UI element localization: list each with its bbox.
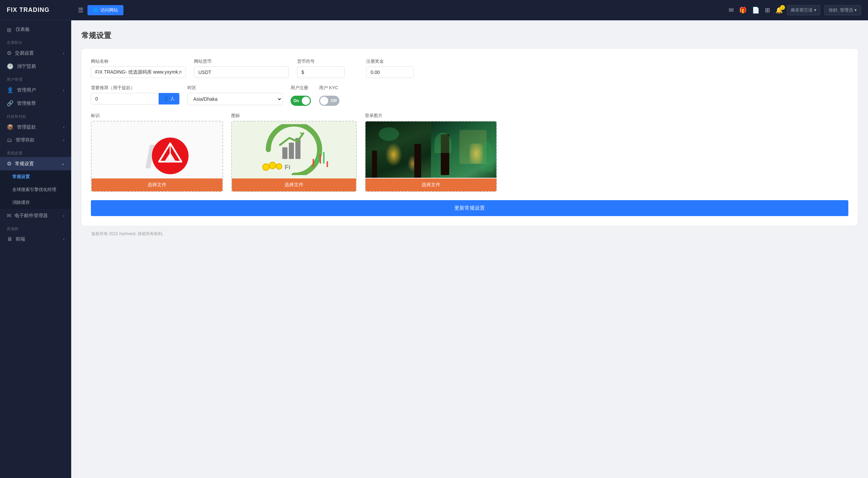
tron-logo-container bbox=[152, 137, 189, 176]
user-reg-toggle-label: On bbox=[293, 98, 299, 103]
page-title: 常规设置 bbox=[81, 31, 858, 41]
user-reg-group: 用户注册 On bbox=[291, 85, 311, 106]
sidebar-subitem-cache[interactable]: 消除缓存 bbox=[0, 196, 71, 209]
arrow-icon4: › bbox=[63, 138, 64, 142]
email-icon: ✉ bbox=[7, 212, 11, 219]
user-reg-knob bbox=[302, 97, 310, 105]
sidebar-item-frontend[interactable]: 🖥 前端 › bbox=[0, 233, 71, 246]
sidebar-item-email-manager[interactable]: ✉ 电子邮件管理器 › bbox=[0, 209, 71, 222]
language-selector[interactable]: 南非荷兰语 ▾ bbox=[787, 5, 820, 15]
footer: 版权所有 2022 myInvest. 保留所有权利。 bbox=[81, 226, 858, 242]
monitor-icon: 🖥 bbox=[7, 236, 12, 242]
section-system: 系统设置 bbox=[0, 147, 71, 157]
main-area: ☰ 🌐 访问网站 ✉ 🎁 📄 ⊞ 🔔 1 南非荷兰语 ▾ 你好, 管理员 ▾ 常… bbox=[71, 0, 868, 478]
user-kyc-label: 用户 KYC bbox=[319, 85, 339, 91]
svg-rect-17 bbox=[320, 154, 321, 164]
expand-icon: ⌄ bbox=[61, 161, 64, 166]
sidebar-item-dashboard[interactable]: ⊞ 仪表板 bbox=[0, 23, 71, 36]
site-currency-group: 网站货币 bbox=[194, 58, 289, 78]
bell-topbar-icon[interactable]: 🔔 1 bbox=[775, 6, 783, 14]
timezone-label: 时区 bbox=[188, 85, 282, 91]
svg-rect-19 bbox=[327, 161, 328, 167]
section-others: 其他的 bbox=[0, 222, 71, 233]
svg-rect-18 bbox=[323, 152, 324, 164]
currency-symbol-label: 货币符号 bbox=[297, 58, 358, 64]
user-reg-label: 用户注册 bbox=[291, 85, 311, 91]
timezone-group: 时区 Asia/Dhaka Asia/Shanghai UTC bbox=[188, 85, 282, 106]
globe-icon: 🌐 bbox=[93, 7, 98, 13]
gift-topbar-icon[interactable]: 🎁 bbox=[739, 6, 747, 14]
icon-choose-file-button[interactable]: 选择文件 bbox=[232, 178, 356, 191]
grid-topbar-icon[interactable]: ⊞ bbox=[765, 6, 770, 14]
user-menu-button[interactable]: 你好, 管理员 ▾ bbox=[824, 5, 861, 15]
reg-bonus-group: 注册奖金 bbox=[366, 58, 427, 78]
user-reg-toggle[interactable]: On bbox=[291, 96, 311, 106]
referral-group: 需要推荐（用于提款） 👤 人 bbox=[91, 85, 179, 106]
general-settings-submenu: 常规设置 全球搜索引擎优化经理 消除缓存 bbox=[0, 170, 71, 209]
sidebar-item-manage-users[interactable]: 👤 管理用户 › bbox=[0, 83, 71, 97]
document-topbar-icon[interactable]: 📄 bbox=[752, 6, 760, 14]
dashboard-icon: ⊞ bbox=[7, 27, 12, 32]
icon-upload-section: 图标 bbox=[231, 113, 357, 192]
arrow-icon2: › bbox=[63, 88, 64, 92]
logo-choose-file-button[interactable]: 选择文件 bbox=[92, 178, 222, 191]
site-currency-input[interactable] bbox=[194, 66, 289, 78]
svg-rect-4 bbox=[282, 147, 288, 159]
main-content: 常规设置 网站名称 网站货币 货币符号 注册奖金 bbox=[71, 20, 868, 478]
grid-icon: 🗂 bbox=[7, 137, 12, 143]
user-kyc-toggle[interactable]: Off bbox=[319, 96, 339, 106]
settings-icon: ⚙ bbox=[7, 50, 12, 56]
sidebar-subitem-general[interactable]: 常规设置 bbox=[0, 170, 71, 183]
visit-website-button[interactable]: 🌐 访问网站 bbox=[87, 5, 123, 15]
sidebar-item-manage-referral[interactable]: 🔗 管理推荐 bbox=[0, 97, 71, 110]
site-name-group: 网站名称 bbox=[91, 58, 186, 78]
link-icon: 🔗 bbox=[7, 100, 14, 107]
brand-logo: FIX TRADING bbox=[0, 0, 71, 20]
finance-logo-svg: Fi bbox=[257, 124, 331, 175]
referral-input-group: 👤 人 bbox=[91, 93, 179, 104]
topbar-icons: ✉ 🎁 📄 ⊞ 🔔 1 bbox=[729, 6, 783, 14]
logo-upload-section: 标识 R 选择文件 bbox=[91, 113, 223, 192]
currency-symbol-input[interactable] bbox=[297, 66, 344, 78]
svg-point-11 bbox=[270, 163, 276, 169]
svg-rect-16 bbox=[316, 157, 317, 164]
sidebar-item-general-settings-parent[interactable]: ⚙ 常规设置 ⌄ bbox=[0, 157, 71, 170]
user-kyc-group: 用户 KYC Off bbox=[319, 85, 339, 106]
sidebar-subitem-seo[interactable]: 全球搜索引擎优化经理 bbox=[0, 183, 71, 196]
clock-icon: 🕐 bbox=[7, 63, 14, 70]
svg-rect-5 bbox=[289, 142, 294, 159]
section-payments: 付款和付款 bbox=[0, 110, 71, 120]
arrow-icon6: › bbox=[63, 237, 64, 241]
currency-symbol-group: 货币符号 bbox=[297, 58, 358, 78]
update-settings-button[interactable]: 更新常规设置 bbox=[91, 200, 848, 216]
site-name-input[interactable] bbox=[91, 66, 186, 78]
site-currency-label: 网站货币 bbox=[194, 58, 289, 64]
email-topbar-icon[interactable]: ✉ bbox=[729, 6, 734, 14]
form-row-1: 网站名称 网站货币 货币符号 注册奖金 bbox=[91, 58, 848, 78]
sidebar-item-deposits[interactable]: 🗂 管理存款 › bbox=[0, 134, 71, 147]
sidebar-item-running-trade[interactable]: 🕐 润宁贸易 bbox=[0, 60, 71, 73]
user-kyc-knob bbox=[320, 97, 328, 105]
package-icon: 📦 bbox=[7, 124, 14, 130]
reg-bonus-input[interactable] bbox=[366, 66, 414, 78]
timezone-select[interactable]: Asia/Dhaka Asia/Shanghai UTC bbox=[188, 93, 282, 105]
sidebar-item-trade-settings[interactable]: ⚙ 交易设置 › bbox=[0, 46, 71, 60]
user-reg-toggle-wrapper: On bbox=[291, 96, 311, 106]
section-trading: 交易部分 bbox=[0, 36, 71, 46]
login-img-choose-file-button[interactable]: 选择文件 bbox=[366, 178, 496, 191]
sidebar-item-withdrawals[interactable]: 📦 管理提款 › bbox=[0, 120, 71, 134]
referral-person-button[interactable]: 👤 人 bbox=[159, 93, 179, 104]
arrow-icon: › bbox=[63, 51, 64, 55]
referral-input[interactable] bbox=[91, 93, 159, 104]
user-kyc-toggle-label: Off bbox=[331, 98, 337, 103]
login-img-upload-section: 登录图片 bbox=[365, 113, 497, 192]
form-row-2: 需要推荐（用于提款） 👤 人 时区 Asia/Dhaka Asia/Shangh… bbox=[91, 85, 848, 106]
arrow-icon5: › bbox=[63, 214, 64, 218]
hamburger-icon[interactable]: ☰ bbox=[78, 6, 83, 14]
svg-text:Fi: Fi bbox=[285, 164, 291, 171]
svg-rect-15 bbox=[313, 159, 314, 167]
svg-point-9 bbox=[263, 164, 269, 170]
site-name-label: 网站名称 bbox=[91, 58, 186, 64]
login-img-upload-box: 选择文件 bbox=[365, 121, 497, 192]
reg-bonus-label: 注册奖金 bbox=[366, 58, 427, 64]
